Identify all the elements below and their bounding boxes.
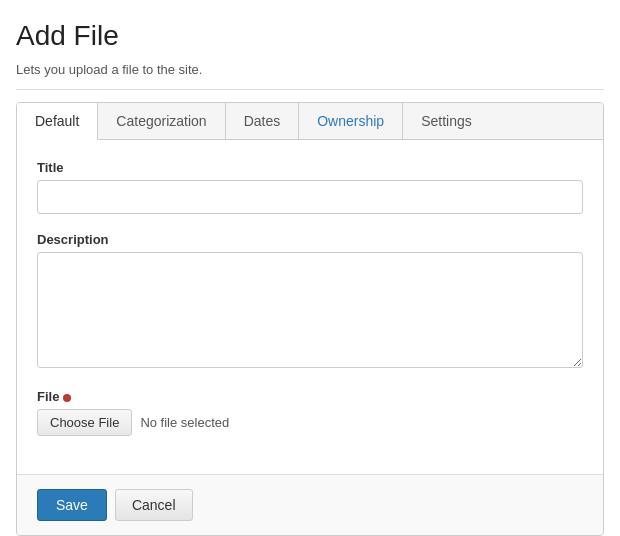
file-input-row: Choose File No file selected	[37, 409, 583, 436]
card-body: Title Description File Choose File No fi…	[17, 140, 603, 474]
tabs-container: Default Categorization Dates Ownership S…	[17, 103, 603, 140]
file-label: File	[37, 389, 583, 404]
file-no-selected-label: No file selected	[140, 415, 229, 430]
cancel-button[interactable]: Cancel	[115, 489, 193, 521]
title-label: Title	[37, 160, 583, 175]
description-textarea[interactable]	[37, 252, 583, 368]
description-group: Description	[37, 232, 583, 371]
save-button[interactable]: Save	[37, 489, 107, 521]
tab-dates[interactable]: Dates	[226, 103, 300, 139]
description-label: Description	[37, 232, 583, 247]
title-input[interactable]	[37, 180, 583, 214]
page-subtitle: Lets you upload a file to the site.	[16, 62, 604, 90]
required-indicator	[63, 394, 71, 402]
card-footer: Save Cancel	[17, 474, 603, 535]
tab-settings[interactable]: Settings	[403, 103, 490, 139]
title-group: Title	[37, 160, 583, 214]
tab-ownership[interactable]: Ownership	[299, 103, 403, 139]
tab-categorization[interactable]: Categorization	[98, 103, 225, 139]
choose-file-button[interactable]: Choose File	[37, 409, 132, 436]
page-title: Add File	[16, 20, 604, 52]
file-group: File Choose File No file selected	[37, 389, 583, 436]
card: Default Categorization Dates Ownership S…	[16, 102, 604, 536]
tab-default[interactable]: Default	[17, 103, 98, 140]
page-wrapper: Add File Lets you upload a file to the s…	[0, 0, 620, 536]
